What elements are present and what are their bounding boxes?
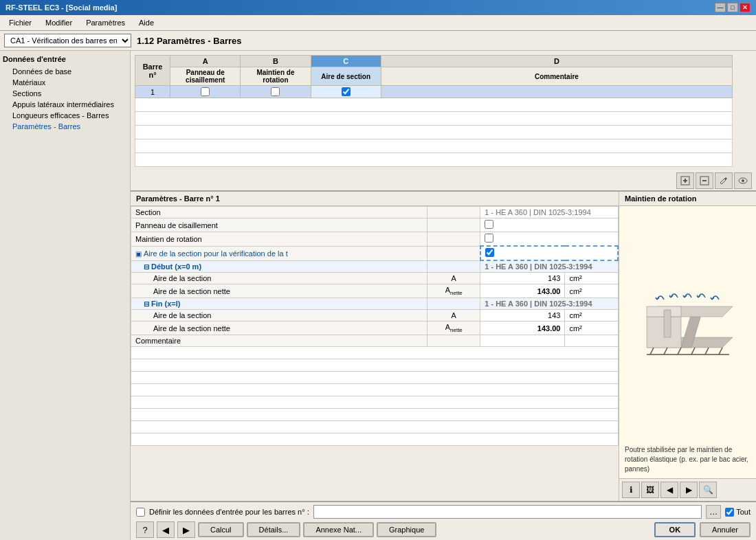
aire-a-sym: A <box>427 273 480 284</box>
debut-label: ⊟Début (x=0 m) <box>131 260 427 273</box>
col-c-subheader: Aire de section <box>311 67 381 86</box>
barre-num: 1 <box>135 86 170 98</box>
params-maintien-checkbox[interactable] <box>485 234 493 243</box>
annexe-btn[interactable]: Annexe Nat... <box>303 522 374 537</box>
upper-table-area: Barre n° A B C D Panneau de cisaillement… <box>131 51 756 171</box>
action-left: ? ◀ ▶ Calcul Détails... Annexe Nat... Gr… <box>136 521 436 538</box>
sidebar: Données d'entrée Données de base Matéria… <box>0 51 131 540</box>
details-btn[interactable]: Détails... <box>247 522 301 537</box>
prev-nav-btn[interactable]: ◀ <box>157 521 175 538</box>
sidebar-item-materiaux[interactable]: Matériaux <box>3 77 127 88</box>
empty-row-6 <box>131 409 619 421</box>
panneau-checkbox[interactable] <box>201 87 210 96</box>
aire-checkbox[interactable] <box>342 87 351 96</box>
empty-row-3 <box>131 372 619 384</box>
delete-toolbar-btn[interactable] <box>696 172 713 189</box>
aire-group-label: ▣Aire de la section pour la vérification… <box>131 246 427 260</box>
aire-a-value: 143 <box>480 273 565 284</box>
info-next-btn[interactable]: ▶ <box>680 482 698 498</box>
sidebar-item-sections[interactable]: Sections <box>3 88 127 99</box>
col-a-subheader: Panneau de cisaillement <box>170 67 241 86</box>
section-value: 1 - HE A 360 | DIN 1025-3:1994 <box>480 207 618 218</box>
sidebar-item-appuis[interactable]: Appuis latéraux intermédiaires <box>3 99 127 110</box>
aire-a-row: Aire de la section A 143 cm² <box>131 273 619 284</box>
main-container: CA1 - Vérification des barres en 1.12 Pa… <box>0 31 756 540</box>
define-input[interactable] <box>313 505 702 519</box>
menu-modifier[interactable]: Modifier <box>39 16 78 29</box>
section-label: Section <box>131 207 427 218</box>
commentaire-value <box>480 335 565 347</box>
sidebar-item-longueurs[interactable]: Longueurs efficaces - Barres <box>3 110 127 121</box>
maximize-btn[interactable]: □ <box>727 3 738 12</box>
sidebar-item-donnees-base[interactable]: Données de base <box>3 66 127 77</box>
case-dropdown[interactable]: CA1 - Vérification des barres en <box>4 34 131 47</box>
info-prev-btn[interactable]: ◀ <box>660 482 678 498</box>
panel-title: 1.12 Paramètres - Barres <box>137 36 242 46</box>
ok-btn[interactable]: OK <box>654 522 696 537</box>
empty-row-2 <box>131 359 619 372</box>
top-bar: CA1 - Vérification des barres en 1.12 Pa… <box>0 31 756 51</box>
next-nav-btn[interactable]: ▶ <box>177 521 195 538</box>
empty-row-4 <box>131 384 619 396</box>
commentaire-unit <box>565 335 618 347</box>
panneau-sym <box>427 218 480 232</box>
info-search-btn[interactable]: 🔍 <box>699 482 717 498</box>
fin-sym <box>427 298 480 310</box>
aire-a-fin-unit: cm² <box>565 310 618 322</box>
menu-fichier[interactable]: Fichier <box>3 16 38 29</box>
empty-row-5 <box>131 396 619 409</box>
menu-aide[interactable]: Aide <box>133 16 160 29</box>
right-info-panel: Maintien de rotation <box>619 192 756 501</box>
col-barre-header: Barre n° <box>135 56 170 86</box>
help-btn[interactable]: ? <box>136 521 154 538</box>
maintien-cell <box>241 86 311 98</box>
tout-checkbox[interactable] <box>725 508 734 517</box>
define-checkbox[interactable] <box>136 508 145 517</box>
add-toolbar-btn[interactable] <box>676 172 694 189</box>
info-img-btn[interactable]: 🖼 <box>641 482 659 498</box>
sidebar-item-parametres[interactable]: Paramètres - Barres <box>3 121 127 132</box>
info-help-btn[interactable]: ℹ <box>622 482 640 498</box>
col-d-header: D <box>381 56 732 67</box>
close-btn[interactable]: ✕ <box>740 3 751 12</box>
params-table-area: Paramètres - Barre n° 1 Section 1 - HE A… <box>131 192 619 501</box>
aire-cell <box>311 86 381 98</box>
app-title: RF-STEEL EC3 - [Social media] <box>5 3 117 12</box>
upper-data-table: Barre n° A B C D Panneau de cisaillement… <box>135 55 733 167</box>
aire-nette-debut-sym: Anette <box>427 284 480 298</box>
panneau-check-cell <box>480 218 618 232</box>
menu-bar: Fichier Modifier Paramètres Aide <box>0 15 756 31</box>
empty-row-1 <box>131 347 619 359</box>
calcul-btn[interactable]: Calcul <box>198 522 244 537</box>
view-toolbar-btn[interactable] <box>734 172 752 189</box>
info-title: Maintien de rotation <box>619 192 756 206</box>
aire-nette-fin-sym: Anette <box>427 322 480 335</box>
commentaire-label: Commentaire <box>131 335 427 347</box>
params-aire-checkbox[interactable] <box>485 248 494 257</box>
define-filter-btn[interactable]: … <box>706 505 721 519</box>
menu-parametres[interactable]: Paramètres <box>80 16 131 29</box>
panneau-cell <box>170 86 241 98</box>
bottom-bar: Définir les données d'entrée pour les ba… <box>131 501 756 540</box>
maintien-label: Maintien de rotation <box>131 232 427 247</box>
col-b-header: B <box>241 56 311 67</box>
minimize-btn[interactable]: — <box>715 3 726 12</box>
edit-toolbar-btn[interactable] <box>715 172 733 189</box>
aire-a-fin-value: 143 <box>480 310 565 322</box>
table-row[interactable]: 1 <box>135 86 733 98</box>
maintien-checkbox[interactable] <box>271 87 280 96</box>
empty-row-7 <box>131 421 619 434</box>
title-bar: RF-STEEL EC3 - [Social media] — □ ✕ <box>0 0 756 15</box>
annuler-btn[interactable]: Annuler <box>700 522 751 537</box>
define-row: Définir les données d'entrée pour les ba… <box>136 505 751 519</box>
action-right: OK Annuler <box>654 522 751 537</box>
svg-point-6 <box>742 179 744 182</box>
right-content: Barre n° A B C D Panneau de cisaillement… <box>131 51 756 540</box>
params-panneau-checkbox[interactable] <box>485 220 493 229</box>
params-title: Paramètres - Barre n° 1 <box>131 192 619 206</box>
aire-a-label: Aire de la section <box>131 273 427 284</box>
graphique-btn[interactable]: Graphique <box>377 522 436 537</box>
debut-sym <box>427 260 480 273</box>
commentaire-row: Commentaire <box>131 335 619 347</box>
aire-nette-fin-row: Aire de la section nette Anette 143.00 c… <box>131 322 619 335</box>
